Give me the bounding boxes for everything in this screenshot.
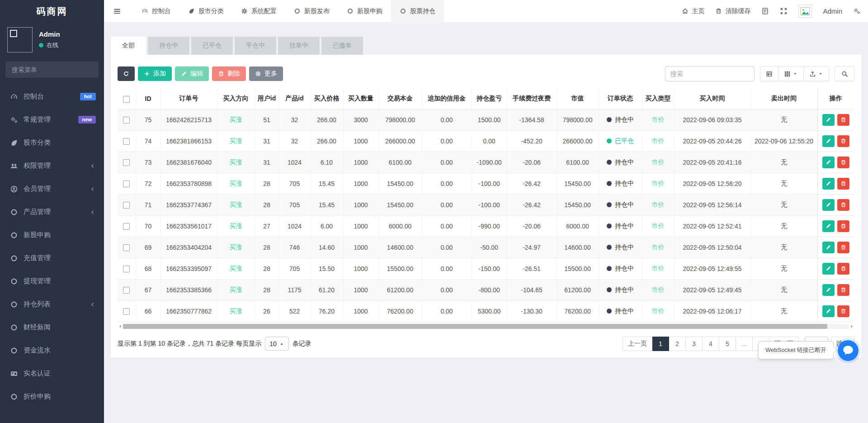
columns-button[interactable] [778,66,804,81]
refresh-button[interactable] [118,67,135,81]
row-delete-button[interactable] [837,178,849,190]
sidebar-item[interactable]: 常规管理new [0,108,104,131]
row-delete-button[interactable] [837,263,849,275]
row-delete-button[interactable] [837,135,849,147]
row-checkbox[interactable] [123,202,130,209]
sidebar-item[interactable]: 提现管理 [0,270,104,293]
document-icon[interactable] [761,7,769,15]
main-area: 控制台股市分类系统配置新股发布新股申购股票持仓 主页 清除缓存 Admin 全部… [104,0,868,423]
topbar-username[interactable]: Admin [823,7,842,15]
row-checkbox[interactable] [123,266,130,272]
row-checkbox[interactable] [123,287,130,294]
user-avatar[interactable] [7,27,33,52]
row-checkbox[interactable] [123,117,130,124]
row-delete-button[interactable] [837,242,849,253]
page-item-3[interactable]: 3 [686,337,703,351]
row-edit-button[interactable] [822,263,835,275]
fullscreen-icon[interactable] [780,7,788,15]
sidebar-item-label: 常规管理 [24,115,51,124]
edit-button[interactable]: 编辑 [175,67,209,81]
topbar-nav-item[interactable]: 股票持仓 [391,0,444,23]
sidebar-item[interactable]: 财经新闻 [0,316,104,339]
sidebar-item[interactable]: 控制台hot [0,85,104,108]
export-button[interactable] [804,66,829,81]
tab-平仓中[interactable]: 平仓中 [235,37,276,55]
row-edit-button[interactable] [822,135,835,147]
row-delete-button[interactable] [837,305,849,317]
trash-icon [840,244,846,250]
cell-direction: 买涨 [217,173,255,194]
sidebar-search-input[interactable] [11,66,94,74]
sidebar-item[interactable]: 持仓列表 [0,293,104,316]
row-edit-button[interactable] [822,114,835,126]
row-edit-button[interactable] [822,284,835,296]
hamburger-icon[interactable] [113,7,121,15]
scrollbar-thumb[interactable] [123,324,827,329]
row-checkbox[interactable] [123,138,130,145]
topbar-nav-item[interactable]: 新股申购 [338,0,391,23]
row-checkbox[interactable] [123,308,130,315]
sidebar-item[interactable]: 充值管理 [0,247,104,270]
row-edit-button[interactable] [822,157,835,168]
topbar-nav-item[interactable]: 股市分类 [179,0,232,23]
row-checkbox[interactable] [123,159,130,166]
add-button[interactable]: 添加 [138,67,172,81]
page-item-5[interactable]: 5 [719,337,736,351]
scrollbar-track[interactable] [123,324,849,329]
row-checkbox[interactable] [123,223,130,230]
row-checkbox[interactable] [123,244,130,251]
cogs-icon[interactable] [853,7,861,15]
delete-button[interactable]: 删除 [212,67,246,81]
cell-id: 68 [136,258,160,279]
sidebar-item[interactable]: 股市分类 [0,131,104,154]
sidebar-item[interactable]: 实名认证 [0,362,104,385]
row-edit-button[interactable] [822,178,835,190]
page-item-1[interactable]: 1 [652,337,669,351]
chat-button[interactable] [838,340,859,361]
row-delete-button[interactable] [837,157,849,168]
row-delete-button[interactable] [837,199,849,211]
row-edit-button[interactable] [822,199,835,211]
row-delete-button[interactable] [837,114,849,126]
scroll-right-icon[interactable] [849,324,854,329]
home-link[interactable]: 主页 [682,7,704,15]
topbar-nav-item[interactable]: 控制台 [133,0,179,23]
select-all-checkbox[interactable] [123,96,130,103]
tab-挂单中[interactable]: 挂单中 [278,37,320,55]
topbar-nav-item[interactable]: 新股发布 [285,0,338,23]
row-edit-button[interactable] [822,242,835,253]
tab-持仓中[interactable]: 持仓中 [148,37,189,55]
tab-已平仓[interactable]: 已平仓 [191,37,233,55]
sidebar-item[interactable]: 新股申购 [0,223,104,247]
topbar-nav-item[interactable]: 系统配置 [232,0,285,23]
clear-cache-link[interactable]: 清除缓存 [715,7,750,15]
brand-logo: 码商网 [0,0,104,23]
tab-已撤单[interactable]: 已撤单 [321,37,363,55]
status-label: 持仓中 [615,158,634,166]
page-item-上一页[interactable]: 上一页 [623,337,652,351]
topbar-avatar[interactable] [798,5,812,18]
detail-view-button[interactable] [760,66,778,81]
row-checkbox[interactable] [123,181,130,187]
cell-market_value: 76200.00 [557,300,599,322]
row-edit-button[interactable] [822,220,835,232]
sidebar-item[interactable]: 会员管理 [0,177,104,200]
table-search-input[interactable] [665,66,755,81]
page-size-select[interactable]: 10 [265,337,289,351]
row-delete-button[interactable] [837,220,849,232]
more-button[interactable]: 更多 [249,67,283,81]
page-item-4[interactable]: 4 [703,337,719,351]
page-item-2[interactable]: 2 [669,337,686,351]
page-size-value: 10 [269,340,277,347]
sidebar-item[interactable]: 资金流水 [0,339,104,362]
trash-icon [840,138,846,144]
row-edit-button[interactable] [822,305,835,317]
row-delete-button[interactable] [837,284,849,296]
sidebar-item[interactable]: 权限管理 [0,154,104,177]
tab-全部[interactable]: 全部 [111,37,146,55]
cell-direction: 买涨 [217,194,255,215]
scroll-left-icon[interactable] [118,324,123,329]
search-button[interactable] [835,66,854,81]
sidebar-item[interactable]: 产品管理 [0,200,104,223]
sidebar-item[interactable]: 折价申购 [0,385,104,408]
